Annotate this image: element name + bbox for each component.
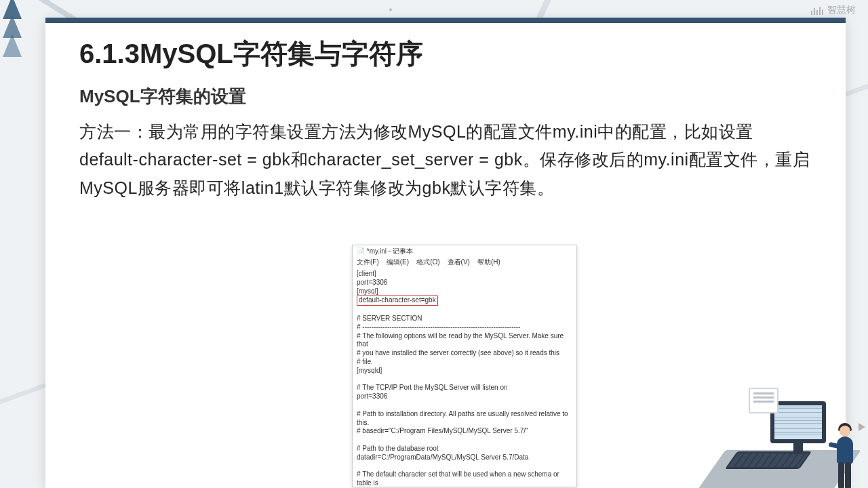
menu-view: 查看(V) — [448, 258, 470, 267]
menu-file: 文件(F) — [357, 258, 379, 267]
notepad-content: [client] port=3306 [mysql] default-chara… — [353, 268, 576, 487]
watermark-text: 智慧树 — [827, 4, 856, 16]
notepad-menubar: 文件(F) 编辑(E) 格式(O) 查看(V) 帮助(H) — [353, 258, 576, 268]
monitor-icon — [770, 401, 826, 443]
slide-subheading: MySQL字符集的设置 — [79, 85, 812, 108]
menu-format: 格式(O) — [416, 258, 439, 267]
ini-block-1: [client] port=3306 [mysql] — [357, 270, 387, 295]
slide-heading: 6.1.3MySQL字符集与字符序 — [79, 35, 812, 73]
document-icon — [749, 388, 778, 413]
watermark-bars-icon — [811, 5, 823, 15]
menu-edit: 编辑(E) — [387, 258, 409, 267]
person-icon — [833, 419, 863, 488]
ini-block-2: # SERVER SECTION # ---------------------… — [357, 314, 570, 487]
brand-watermark: 智慧树 — [811, 4, 856, 16]
computer-illustration — [711, 333, 860, 488]
notepad-titlebar: 📄 *my.ini - 记事本 — [353, 245, 576, 258]
slide-body-text: 方法一：最为常用的字符集设置方法为修改MySQL的配置文件my.ini中的配置，… — [79, 118, 812, 202]
notepad-window: 📄 *my.ini - 记事本 文件(F) 编辑(E) 格式(O) 查看(V) … — [352, 245, 577, 487]
decorative-up-arrows — [3, 0, 22, 57]
menu-help: 帮助(H) — [477, 258, 500, 267]
highlight-default-character-set: default-character-set=gbk — [357, 296, 438, 306]
